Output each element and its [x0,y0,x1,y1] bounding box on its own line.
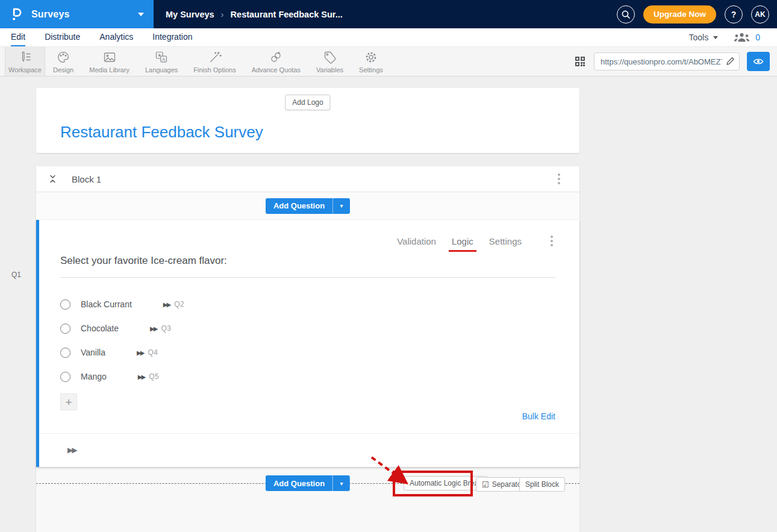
add-question-dropdown-button[interactable]: ▾ [332,475,350,491]
finish-options-icon [208,50,222,64]
skip-logic-icon: ▶▶ [150,325,157,332]
tools-dropdown[interactable]: Tools [689,33,719,42]
nav-right: Tools 0 [689,28,760,46]
bulk-edit-link[interactable]: Bulk Edit [60,412,555,421]
question-footer: ▶▶ [60,434,555,455]
toolbar-item-label: Settings [359,66,383,74]
add-question-dropdown-button[interactable]: ▾ [332,198,350,214]
skip-target: Q2 [174,300,184,308]
skip-logic-icon: ▶▶ [163,301,170,308]
preview-button[interactable] [747,52,770,71]
toolbar-item-label: Variables [316,66,343,74]
question-text[interactable]: Select your favorite Ice-cream flavor: [60,255,555,278]
answer-option-row: Vanilla ▶▶ Q4 [60,340,555,365]
people-icon [734,32,750,43]
tab-analytics[interactable]: Analytics [99,28,133,46]
block-bottom-controls: Add Question ▾ Automatic Logic Break ☑ S… [36,467,579,532]
breadcrumb-separator-icon: › [221,9,224,19]
radio-button[interactable] [60,348,70,358]
tab-integration[interactable]: Integration [152,28,192,46]
settings-icon [364,50,378,64]
languages-icon: A [154,50,169,64]
survey-canvas: Q1 Add Logo Restaurant Feedback Survey B… [0,88,777,532]
skip-logic-indicator[interactable]: ▶▶ Q5 [138,372,159,381]
survey-url-input[interactable] [594,52,740,70]
toolbar-item-finish-options[interactable]: Finish Options [186,47,243,76]
question-card: Validation Logic Settings Select your fa… [36,220,579,467]
checked-checkbox-icon: ☑ [482,481,489,489]
radio-button[interactable] [60,324,70,334]
variables-icon [323,50,337,64]
skip-logic-icon: ▶▶ [137,349,143,356]
tab-settings[interactable]: Settings [489,236,522,246]
qr-code-button[interactable] [573,55,587,68]
toolbar-item-label: Design [53,66,73,74]
design-icon [56,50,70,64]
toolbar-item-label: Media Library [89,66,130,74]
breadcrumb-survey-name: Restaurant Feedback Sur... [231,10,343,19]
option-label[interactable]: Black Currant [81,299,132,309]
module-nav: Edit Distribute Analytics Integration To… [0,28,777,47]
option-label[interactable]: Chocolate [81,324,119,333]
top-bar: Surveys My Surveys › Restaurant Feedback… [0,0,777,28]
pencil-icon [725,56,735,66]
add-logo-button[interactable]: Add Logo [285,95,330,110]
tab-validation[interactable]: Validation [397,236,436,246]
avatar[interactable]: AK [751,5,769,23]
toolbar-item-advance-quotas[interactable]: Advance Quotas [244,47,308,76]
advance-quotas-icon [269,50,283,64]
tab-edit[interactable]: Edit [11,28,25,46]
eye-icon [753,57,764,66]
toolbar-item-variables[interactable]: Variables [308,47,351,76]
workspace-icon [18,50,33,64]
toolbar-right [573,47,777,76]
app-name: Surveys [31,9,70,20]
toolbar-item-design[interactable]: Design [45,47,81,76]
block-menu-button[interactable] [555,171,563,187]
skip-target: Q3 [161,324,171,333]
toolbar-item-media-library[interactable]: Media Library [81,47,137,76]
option-label[interactable]: Mango [81,372,107,381]
collaborators[interactable]: 0 [734,32,760,43]
add-question-button[interactable]: Add Question [266,475,332,491]
survey-url-field [594,52,740,70]
add-question-button[interactable]: Add Question [266,198,332,214]
skip-logic-indicator[interactable]: ▶▶ Q2 [163,300,184,308]
toolbar-item-workspace[interactable]: Workspace [5,47,45,76]
skip-logic-indicator[interactable]: ▶▶ Q4 [137,348,158,357]
skip-target: Q5 [149,372,159,381]
chevron-down-icon [713,36,718,39]
app-switcher[interactable]: Surveys [0,0,154,28]
qr-code-icon [573,55,587,68]
collapse-block-icon[interactable] [48,174,57,184]
svg-text:A: A [162,56,165,61]
toolbar-item-settings[interactable]: Settings [351,47,391,76]
question-skip-logic-icon[interactable]: ▶▶ [67,446,76,454]
toolbar-item-label: Finish Options [193,66,236,74]
caret-down-icon: ▾ [340,202,343,209]
block-container: Block 1 Add Question ▾ Validation Logic … [36,166,579,532]
search-button[interactable] [617,5,635,23]
skip-logic-indicator[interactable]: ▶▶ Q3 [150,324,171,333]
breadcrumb: My Surveys › Restaurant Feedback Sur... [166,0,343,28]
help-button[interactable]: ? [725,5,743,23]
option-label[interactable]: Vanilla [81,348,105,357]
radio-button[interactable] [60,372,70,382]
upgrade-now-button[interactable]: Upgrade Now [643,5,716,23]
tab-distribute[interactable]: Distribute [45,28,80,46]
survey-toolbar: Workspace Design Media Library A Languag… [0,47,777,77]
question-menu-button[interactable] [548,233,555,249]
tab-logic[interactable]: Logic [452,236,473,246]
answer-option-row: Chocolate ▶▶ Q3 [60,316,555,340]
top-actions: Upgrade Now ? AK [617,0,777,28]
survey-title[interactable]: Restaurant Feedback Survey [60,123,263,142]
caret-down-icon: ▾ [340,480,343,487]
add-question-split-button: Add Question ▾ [266,198,350,214]
edit-url-button[interactable] [725,56,735,66]
toolbar-item-languages[interactable]: A Languages [137,47,186,76]
skip-logic-icon: ▶▶ [138,374,145,380]
radio-button[interactable] [60,299,70,310]
breadcrumb-my-surveys[interactable]: My Surveys [166,10,214,19]
split-block-button[interactable]: Split Block [519,477,565,492]
add-option-button[interactable]: + [60,393,77,410]
